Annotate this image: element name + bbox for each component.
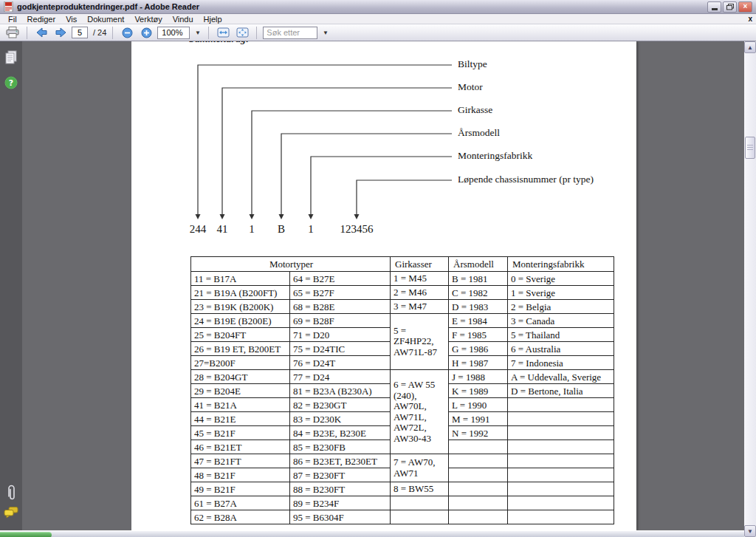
table-cell: 84 = B23E, B230E — [290, 426, 391, 440]
arrow-down-icon — [196, 214, 201, 219]
toolbar-separator — [112, 27, 113, 39]
arrow-right-icon — [55, 27, 67, 38]
table-cell: M = 1991 — [449, 412, 508, 426]
table-cell: 6 = Australia — [508, 342, 614, 356]
help-icon: ? — [4, 76, 18, 89]
menu-item-dokument[interactable]: Dokument — [82, 14, 129, 24]
table-cell: 46 = B21ET — [191, 440, 290, 454]
page-number-input[interactable] — [72, 27, 88, 38]
table-cell: 7 = Indonesia — [508, 356, 614, 370]
search-input[interactable] — [263, 27, 317, 39]
toolbar-separator — [27, 27, 27, 39]
table-cell: 48 = B21F — [191, 468, 290, 482]
fit-page-button[interactable] — [234, 25, 250, 40]
comments-panel-button[interactable] — [4, 507, 18, 521]
diagram-label: Motor — [458, 81, 483, 93]
zoom-in-button[interactable] — [138, 25, 154, 40]
menu-item-fil[interactable]: Fil — [3, 14, 22, 24]
table-cell: 75 = D24TIC — [290, 342, 391, 356]
scrollbar-thumb[interactable] — [745, 137, 755, 159]
arrow-left-icon — [35, 27, 48, 38]
table-cell: 0 = Sverige — [508, 272, 614, 286]
table-cell: D = Bertone, Italia — [508, 384, 614, 398]
zoom-dropdown-button[interactable]: ▼ — [193, 27, 202, 39]
code-part: 1 — [249, 223, 255, 236]
restore-button[interactable] — [723, 1, 737, 13]
document-pane[interactable]: Sammendrag: Biltype244Motor41Girkasse1År… — [22, 41, 744, 530]
table-cell: 64 = B27E — [290, 272, 391, 286]
arrow-down-icon — [354, 214, 360, 219]
previous-page-button[interactable] — [33, 25, 49, 40]
table-cell: 87 = B230FT — [290, 468, 391, 482]
svg-text:?: ? — [9, 78, 13, 88]
pdf-app-icon — [4, 1, 14, 12]
attachments-panel-button[interactable] — [4, 485, 18, 504]
table-cell: 23 = B19K (B200K) — [191, 300, 290, 314]
close-button[interactable]: × — [738, 1, 752, 13]
pdf-page: Sammendrag: Biltype244Motor41Girkasse1År… — [131, 41, 636, 530]
chevron-up-icon: ▲ — [747, 44, 753, 51]
table-row: 49 = B21F88 = B230FT8 = BW55 — [191, 482, 614, 496]
start-button[interactable] — [0, 532, 52, 537]
chevron-down-icon: ▼ — [195, 30, 201, 36]
next-page-button[interactable] — [52, 25, 69, 40]
fit-width-icon — [217, 27, 230, 38]
table-cell — [391, 510, 449, 524]
table-row: 23 = B19K (B200K)68 = B28E3 = M47D = 198… — [191, 300, 614, 314]
code-part: B — [278, 223, 285, 236]
header-fabrikk: Monteringsfabrikk — [508, 257, 614, 272]
header-motortyper: Motortyper — [191, 257, 391, 272]
table-row: 47 = B21FT86 = B23ET, B230ET7 = AW70, AW… — [191, 454, 614, 468]
table-cell: J = 1988 — [449, 370, 508, 384]
vertical-scrollbar[interactable]: ▲ ▼ — [744, 41, 756, 537]
diagram-label: Årsmodell — [458, 127, 500, 139]
paperclip-icon — [4, 485, 18, 501]
window-title: godkjenteproduktendringer.pdf - Adobe Re… — [17, 2, 707, 11]
zoom-out-icon — [122, 27, 133, 38]
table-cell: 81 = B23A (B230A) — [290, 384, 391, 398]
table-cell: 88 = B230FT — [290, 482, 391, 496]
minimize-button[interactable] — [707, 1, 721, 13]
toolbar-separator — [256, 27, 257, 39]
table-cell: H = 1987 — [449, 356, 508, 370]
menu-item-rediger[interactable]: Rediger — [22, 14, 61, 24]
menu-item-vis[interactable]: Vis — [61, 14, 82, 24]
table-cell — [449, 482, 508, 496]
code-table: Motortyper Girkasser Årsmodell Montering… — [190, 256, 614, 524]
restore-icon — [726, 4, 734, 10]
table-cell: 6 = AW 55 (240), AW70L, AW71L, AW72L, AW… — [391, 370, 449, 454]
pages-panel-button[interactable] — [4, 50, 18, 67]
comments-icon — [4, 507, 18, 519]
table-cell: L = 1990 — [449, 398, 508, 412]
zoom-level-select[interactable]: 100% — [157, 27, 190, 39]
table-cell: 68 = B28E — [290, 300, 391, 314]
table-cell — [508, 454, 614, 468]
code-part: 41 — [217, 223, 228, 236]
table-cell — [449, 440, 508, 454]
table-cell: E = 1984 — [449, 314, 508, 328]
zoom-level-value: 100% — [162, 28, 182, 37]
table-cell: 3 = Canada — [508, 314, 614, 328]
printer-icon — [6, 27, 19, 38]
table-cell: 95 = B6304F — [290, 510, 391, 524]
scroll-down-button[interactable]: ▼ — [744, 525, 756, 537]
menu-item-vindu[interactable]: Vindu — [168, 14, 199, 24]
table-cell — [508, 510, 614, 524]
search-dropdown-button[interactable]: ▼ — [320, 27, 330, 39]
diagram-label: Girkasse — [458, 104, 492, 116]
zoom-out-button[interactable] — [119, 25, 135, 40]
menu-item-verkty[interactable]: Verktøy — [129, 14, 167, 24]
table-cell — [391, 496, 449, 510]
header-girkasser: Girkasser — [391, 257, 449, 272]
table-cell: N = 1992 — [449, 426, 508, 440]
scroll-up-button[interactable]: ▲ — [744, 41, 756, 53]
table-cell: 47 = B21FT — [191, 454, 290, 468]
close-document-icon[interactable]: x — [748, 14, 752, 24]
fit-width-button[interactable] — [215, 25, 231, 40]
pages-icon — [4, 50, 18, 64]
zoom-in-icon — [141, 27, 152, 38]
table-row: 28 = B204GT77 = D246 = AW 55 (240), AW70… — [191, 370, 614, 384]
print-button[interactable] — [4, 25, 21, 40]
menu-item-hjelp[interactable]: Hjelp — [199, 14, 227, 24]
help-panel-button[interactable]: ? — [4, 76, 18, 92]
